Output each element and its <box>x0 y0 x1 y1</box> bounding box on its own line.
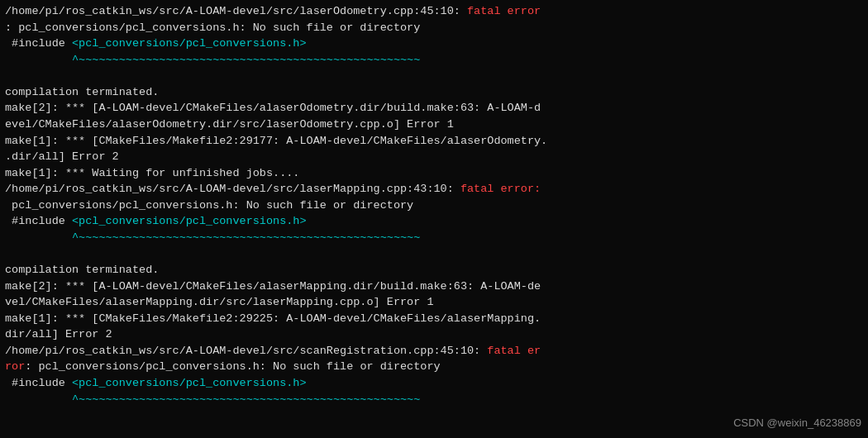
line-24-include: #include <box>5 377 72 389</box>
line-4-caret: ^~~~~~~~~~~~~~~~~~~~~~~~~~~~~~~~~~~~~~~~… <box>5 54 420 66</box>
line-22-error: fatal er <box>487 345 541 357</box>
line-9-text: make[1]: *** [CMakeFiles/Makefile2:29177… <box>5 135 547 147</box>
line-10: .dir/all] Error 2 <box>5 149 863 165</box>
line-14-header: <pcl_conversions/pcl_conversions.h> <box>72 215 307 227</box>
line-17-text: compilation terminated. <box>5 264 159 276</box>
line-14: #include <pcl_conversions/pcl_conversion… <box>5 213 863 230</box>
line-18: make[2]: *** [A-LOAM-devel/CMakeFiles/al… <box>5 279 863 295</box>
line-12-error: fatal error: <box>460 183 541 195</box>
line-1: /home/pi/ros_catkin_ws/src/A-LOAM-devel/… <box>5 3 863 20</box>
line-8-text: evel/CMakeFiles/alaserOdometry.dir/src/l… <box>5 118 454 131</box>
line-24: #include <pcl_conversions/pcl_conversion… <box>5 375 863 392</box>
line-5-blank <box>5 69 12 82</box>
line-16 <box>5 245 863 262</box>
line-6-text: compilation terminated. <box>5 86 159 98</box>
line-18-text: make[2]: *** [A-LOAM-devel/CMakeFiles/al… <box>5 280 541 293</box>
line-17: compilation terminated. <box>5 262 863 279</box>
line-3: #include <pcl_conversions/pcl_conversion… <box>5 36 863 52</box>
terminal-output: /home/pi/ros_catkin_ws/src/A-LOAM-devel/… <box>0 0 868 438</box>
line-21-text: dir/all] Error 2 <box>5 328 112 340</box>
line-20-text: make[1]: *** [CMakeFiles/Makefile2:29225… <box>5 312 541 325</box>
line-25: ^~~~~~~~~~~~~~~~~~~~~~~~~~~~~~~~~~~~~~~~… <box>5 392 863 408</box>
line-15-caret: ^~~~~~~~~~~~~~~~~~~~~~~~~~~~~~~~~~~~~~~~… <box>5 231 420 244</box>
line-2-text: : pcl_conversions/pcl_conversions.h: No … <box>5 21 420 34</box>
line-13: pcl_conversions/pcl_conversions.h: No su… <box>5 198 863 214</box>
line-21: dir/all] Error 2 <box>5 326 863 343</box>
line-19: vel/CMakeFiles/alaserMapping.dir/src/las… <box>5 294 863 311</box>
line-13-text: pcl_conversions/pcl_conversions.h: No su… <box>5 199 413 212</box>
line-12: /home/pi/ros_catkin_ws/src/A-LOAM-devel/… <box>5 181 863 198</box>
line-7: make[2]: *** [A-LOAM-devel/CMakeFiles/al… <box>5 100 863 117</box>
line-3-header: <pcl_conversions/pcl_conversions.h> <box>72 37 307 50</box>
line-6: compilation terminated. <box>5 84 863 101</box>
line-8: evel/CMakeFiles/alaserOdometry.dir/src/l… <box>5 117 863 133</box>
line-9: make[1]: *** [CMakeFiles/Makefile2:29177… <box>5 133 863 150</box>
line-2: : pcl_conversions/pcl_conversions.h: No … <box>5 20 863 36</box>
line-25-caret: ^~~~~~~~~~~~~~~~~~~~~~~~~~~~~~~~~~~~~~~~… <box>5 393 420 406</box>
line-4: ^~~~~~~~~~~~~~~~~~~~~~~~~~~~~~~~~~~~~~~~… <box>5 52 863 69</box>
line-20: make[1]: *** [CMakeFiles/Makefile2:29225… <box>5 311 863 327</box>
watermark: CSDN @weixin_46238869 <box>733 416 861 431</box>
line-5 <box>5 68 863 84</box>
line-23: ror: pcl_conversions/pcl_conversions.h: … <box>5 359 863 375</box>
line-15: ^~~~~~~~~~~~~~~~~~~~~~~~~~~~~~~~~~~~~~~~… <box>5 230 863 246</box>
line-11-text: make[1]: *** Waiting for unfinished jobs… <box>5 167 299 179</box>
line-7-text: make[2]: *** [A-LOAM-devel/CMakeFiles/al… <box>5 102 541 114</box>
line-23-error-cont: ror <box>5 360 25 373</box>
line-23-text: : pcl_conversions/pcl_conversions.h: No … <box>25 360 440 373</box>
line-3-include: #include <box>5 37 72 50</box>
line-1-error: fatal error <box>467 5 541 17</box>
line-14-include: #include <box>5 215 72 227</box>
line-12-path: /home/pi/ros_catkin_ws/src/A-LOAM-devel/… <box>5 183 460 195</box>
line-22-path: /home/pi/ros_catkin_ws/src/A-LOAM-devel/… <box>5 345 487 357</box>
line-10-text: .dir/all] Error 2 <box>5 150 119 163</box>
line-24-header: <pcl_conversions/pcl_conversions.h> <box>72 377 307 389</box>
line-1-part-1: /home/pi/ros_catkin_ws/src/A-LOAM-devel/… <box>5 5 467 17</box>
line-22: /home/pi/ros_catkin_ws/src/A-LOAM-devel/… <box>5 343 863 359</box>
line-11: make[1]: *** Waiting for unfinished jobs… <box>5 165 863 182</box>
line-16-blank <box>5 247 12 259</box>
line-19-text: vel/CMakeFiles/alaserMapping.dir/src/las… <box>5 296 433 308</box>
